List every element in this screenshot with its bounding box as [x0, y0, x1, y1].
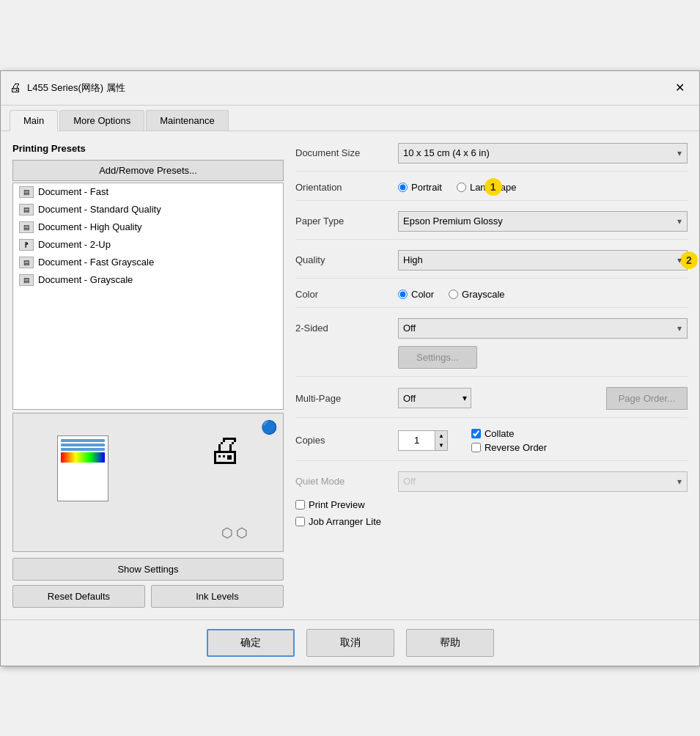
printer-preview-icon: 🖨 [207, 430, 243, 470]
paper-type-row: Paper Type Epson Premium Glossy [295, 211, 688, 240]
two-sided-label: 2-Sided [295, 323, 398, 334]
ink-levels-button[interactable]: Ink Levels [151, 585, 284, 608]
grayscale-label: Grayscale [462, 289, 505, 300]
reverse-order-text: Reverse Order [485, 442, 547, 453]
orientation-row: Orientation Portrait Landscape 1 [295, 182, 688, 201]
paper-type-label: Paper Type [295, 216, 398, 227]
multi-page-controls: Off Page Order... [398, 387, 688, 410]
portrait-radio[interactable] [398, 183, 408, 192]
preview-arrows: ⬡ ⬡ [221, 525, 248, 541]
copies-row: Copies ▲ ▼ Collate [295, 428, 688, 461]
portrait-radio-label[interactable]: Portrait [398, 182, 442, 193]
document-size-select[interactable]: 10 x 15 cm (4 x 6 in) [398, 143, 688, 163]
list-item[interactable]: ▤ Document - Standard Quality [13, 201, 283, 218]
document-size-select-wrapper: 10 x 15 cm (4 x 6 in) [398, 143, 688, 163]
collate-checkbox[interactable] [471, 429, 481, 438]
bottom-buttons-row2: Reset Defaults Ink Levels [12, 585, 284, 608]
annotation-2: 2 [680, 251, 698, 269]
settings-button-wrapper: Settings... [295, 346, 477, 369]
main-content: Printing Presets Add/Remove Presets... ▤… [1, 131, 699, 619]
list-item[interactable]: ⁋ Document - 2-Up [13, 236, 283, 254]
copies-input[interactable] [398, 430, 435, 451]
presets-list: ▤ Document - Fast ▤ Document - Standard … [12, 183, 284, 410]
titlebar: 🖨 L455 Series(网络) 属性 ✕ [1, 71, 699, 106]
show-settings-button[interactable]: Show Settings [12, 558, 284, 581]
list-item[interactable]: ▤ Document - Grayscale [13, 271, 283, 289]
copies-label: Copies [295, 435, 398, 446]
grayscale-radio-label[interactable]: Grayscale [449, 289, 505, 300]
checkboxes-section: Print Preview Job Arranger Lite [295, 499, 688, 527]
preset-icon: ▤ [19, 221, 34, 233]
add-presets-button[interactable]: Add/Remove Presets... [12, 160, 284, 181]
preset-label: Document - 2-Up [38, 239, 111, 250]
grayscale-radio[interactable] [449, 290, 458, 299]
annotation-1: 1 [485, 178, 502, 196]
right-panel: Document Size 10 x 15 cm (4 x 6 in) Orie… [295, 143, 688, 608]
print-preview-checkbox[interactable] [295, 500, 305, 509]
color-radio-label[interactable]: Color [398, 289, 434, 300]
arrow-right-icon: ⬡ [236, 525, 248, 541]
color-radio-group: Color Grayscale [398, 289, 505, 300]
collate-section: Collate Reverse Order [471, 428, 547, 453]
paper-type-select[interactable]: Epson Premium Glossy [398, 211, 688, 232]
printer-dialog: 🖨 L455 Series(网络) 属性 ✕ Main More Options… [0, 70, 700, 666]
color-option-label: Color [411, 289, 434, 300]
orientation-label: Orientation [295, 182, 398, 193]
landscape-wrapper: Landscape 1 [457, 182, 517, 193]
list-item[interactable]: ▤ Document - High Quality [13, 218, 283, 236]
preset-icon: ▤ [19, 186, 34, 198]
two-sided-select-wrapper: Off [398, 318, 688, 339]
document-size-controls: 10 x 15 cm (4 x 6 in) [398, 143, 688, 163]
page-order-button: Page Order... [606, 387, 688, 410]
copies-decrement-button[interactable]: ▼ [435, 441, 447, 450]
settings-button: Settings... [398, 346, 477, 369]
landscape-radio[interactable] [457, 183, 466, 192]
quality-label: Quality [295, 254, 398, 265]
document-size-row: Document Size 10 x 15 cm (4 x 6 in) [295, 143, 688, 172]
list-item[interactable]: ▤ Document - Fast [13, 183, 283, 201]
bottom-buttons: Show Settings [12, 558, 284, 581]
collate-label[interactable]: Collate [471, 428, 547, 439]
cancel-button[interactable]: 取消 [306, 629, 394, 657]
copies-spinner: ▲ ▼ [435, 430, 448, 451]
list-item[interactable]: ▤ Document - Fast Grayscale [13, 254, 283, 271]
link-icon: 🔵 [261, 419, 277, 435]
job-arranger-label[interactable]: Job Arranger Lite [295, 516, 688, 527]
footer: 确定 取消 帮助 [1, 619, 699, 666]
preset-label: Document - Fast [38, 186, 108, 197]
quality-select[interactable]: High [398, 250, 688, 271]
paper-type-controls: Epson Premium Glossy [398, 211, 688, 232]
multi-page-label: Multi-Page [295, 393, 398, 404]
print-preview-text: Print Preview [309, 499, 365, 510]
document-size-label: Document Size [295, 147, 398, 158]
reset-defaults-button[interactable]: Reset Defaults [12, 585, 145, 608]
quiet-mode-row: Quiet Mode Off [295, 471, 688, 492]
two-sided-inner: 2-Sided Off [295, 318, 688, 339]
copies-increment-button[interactable]: ▲ [435, 431, 447, 441]
color-radio[interactable] [398, 290, 408, 299]
print-preview-label[interactable]: Print Preview [295, 499, 688, 510]
help-button[interactable]: 帮助 [406, 629, 494, 657]
paper-type-select-wrapper: Epson Premium Glossy [398, 211, 688, 232]
titlebar-left: 🖨 L455 Series(网络) 属性 [10, 81, 125, 95]
quiet-mode-select: Off [398, 471, 688, 492]
tab-main[interactable]: Main [10, 110, 58, 131]
preset-icon: ▤ [19, 257, 34, 268]
portrait-label: Portrait [411, 182, 442, 193]
job-arranger-checkbox[interactable] [295, 517, 305, 526]
quality-controls: High 2 [398, 250, 688, 271]
two-sided-select[interactable]: Off [398, 318, 688, 339]
tab-more-options[interactable]: More Options [59, 110, 144, 130]
close-button[interactable]: ✕ [668, 77, 690, 99]
tab-maintenance[interactable]: Maintenance [146, 110, 228, 130]
multi-page-select[interactable]: Off [398, 388, 471, 408]
preset-label: Document - Fast Grayscale [38, 257, 154, 268]
preset-icon: ▤ [19, 274, 34, 286]
copies-controls: ▲ ▼ Collate Reverse Order [398, 428, 688, 453]
reverse-order-checkbox[interactable] [471, 443, 481, 452]
ok-button[interactable]: 确定 [207, 629, 295, 657]
color-label: Color [295, 289, 398, 300]
reverse-order-label[interactable]: Reverse Order [471, 442, 547, 453]
window-title: L455 Series(网络) 属性 [27, 81, 125, 95]
presets-title: Printing Presets [12, 143, 284, 154]
